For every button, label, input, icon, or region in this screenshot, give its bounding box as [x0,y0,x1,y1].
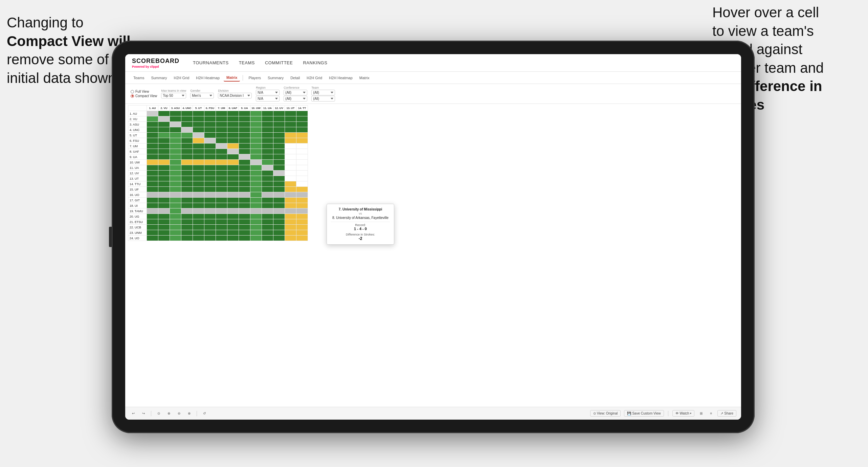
matrix-cell[interactable] [296,111,308,116]
matrix-cell[interactable] [204,214,216,219]
matrix-cell[interactable] [181,236,193,241]
matrix-cell[interactable] [147,143,158,149]
matrix-cell[interactable] [181,171,193,176]
tab-teams[interactable]: Teams [131,74,147,81]
toolbar-icon-2[interactable]: ⊕ [165,410,172,416]
watch-button[interactable]: 👁 Watch ▾ [672,410,695,417]
save-custom-button[interactable]: 💾 Save Custom View [624,410,664,417]
matrix-cell[interactable] [216,198,227,203]
matrix-cell[interactable] [285,176,296,181]
matrix-cell[interactable] [262,127,273,133]
matrix-cell[interactable] [285,181,296,187]
matrix-cell[interactable] [227,225,239,230]
matrix-cell[interactable] [296,187,308,192]
gender-select[interactable]: Men's [190,93,214,98]
matrix-cell[interactable] [193,192,204,198]
nav-rankings[interactable]: RANKINGS [303,59,327,67]
matrix-cell[interactable] [227,171,239,176]
matrix-cell[interactable] [227,143,239,149]
matrix-cell[interactable] [181,230,193,236]
redo-button[interactable]: ↪ [140,410,147,416]
matrix-cell[interactable] [285,219,296,225]
matrix-cell[interactable] [216,122,227,127]
matrix-cell[interactable] [158,230,170,236]
matrix-cell[interactable] [216,149,227,154]
max-teams-select[interactable]: Top 50 [161,93,186,98]
matrix-cell[interactable] [204,116,216,122]
matrix-cell[interactable] [285,116,296,122]
matrix-cell[interactable] [204,230,216,236]
matrix-cell[interactable] [170,160,181,165]
matrix-cell[interactable] [193,176,204,181]
toolbar-icon-list[interactable]: ≡ [708,410,714,416]
matrix-cell[interactable] [158,198,170,203]
matrix-cell[interactable] [250,208,262,214]
matrix-cell[interactable] [147,225,158,230]
matrix-cell[interactable] [193,143,204,149]
matrix-cell[interactable] [239,181,250,187]
matrix-cell[interactable] [227,203,239,208]
matrix-cell[interactable] [227,181,239,187]
matrix-cell[interactable] [273,133,285,138]
matrix-cell[interactable] [204,192,216,198]
share-button[interactable]: ↗ Share [717,410,736,417]
matrix-cell[interactable] [296,160,308,165]
matrix-cell[interactable] [285,236,296,241]
matrix-cell[interactable] [147,154,158,160]
matrix-cell[interactable] [285,192,296,198]
matrix-cell[interactable] [170,219,181,225]
toolbar-icon-grid[interactable]: ⊞ [698,410,705,416]
matrix-cell[interactable] [193,160,204,165]
matrix-cell[interactable] [181,225,193,230]
matrix-cell[interactable] [239,160,250,165]
matrix-cell[interactable] [170,187,181,192]
matrix-cell[interactable] [170,181,181,187]
matrix-cell[interactable] [216,187,227,192]
matrix-cell[interactable] [262,208,273,214]
matrix-cell[interactable] [296,154,308,160]
nav-committee[interactable]: COMMITTEE [265,59,293,67]
matrix-scroll-area[interactable]: 1. AU 2. VU 3. ASU 4. UNC 5. UT 6. FSU 7… [125,104,741,407]
matrix-cell[interactable] [239,219,250,225]
tab-players-detail[interactable]: Detail [288,74,303,81]
view-original-button[interactable]: ⊙ View: Original [590,410,621,417]
matrix-cell[interactable] [227,149,239,154]
matrix-cell[interactable] [250,111,262,116]
matrix-cell[interactable] [227,192,239,198]
matrix-cell[interactable] [262,214,273,219]
matrix-cell[interactable] [239,116,250,122]
matrix-cell[interactable] [285,214,296,219]
matrix-cell[interactable] [193,219,204,225]
matrix-cell[interactable] [250,165,262,171]
matrix-cell[interactable] [181,122,193,127]
matrix-cell[interactable] [181,160,193,165]
matrix-cell[interactable] [204,176,216,181]
matrix-cell[interactable] [262,219,273,225]
matrix-cell[interactable] [239,176,250,181]
matrix-cell[interactable] [296,138,308,143]
matrix-cell[interactable] [273,219,285,225]
matrix-cell[interactable] [262,160,273,165]
matrix-cell[interactable] [227,116,239,122]
matrix-cell[interactable] [239,187,250,192]
matrix-cell[interactable] [204,149,216,154]
tab-players[interactable]: Players [246,74,264,81]
matrix-cell[interactable] [216,127,227,133]
matrix-cell[interactable] [170,208,181,214]
matrix-cell[interactable] [250,236,262,241]
region-select-1[interactable]: N/A [256,90,280,95]
matrix-cell[interactable] [273,230,285,236]
matrix-cell[interactable] [147,230,158,236]
matrix-cell[interactable] [158,160,170,165]
matrix-cell[interactable] [262,122,273,127]
matrix-cell[interactable] [239,208,250,214]
matrix-cell[interactable] [227,160,239,165]
matrix-cell[interactable] [216,192,227,198]
matrix-cell[interactable] [204,138,216,143]
matrix-cell[interactable] [170,203,181,208]
matrix-cell[interactable] [158,116,170,122]
matrix-cell[interactable] [181,111,193,116]
matrix-cell[interactable] [216,171,227,176]
matrix-cell[interactable] [262,230,273,236]
matrix-cell[interactable] [285,111,296,116]
